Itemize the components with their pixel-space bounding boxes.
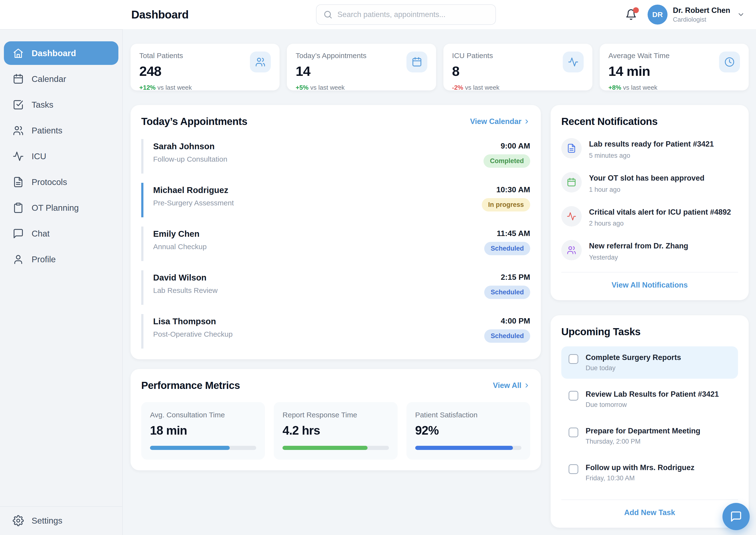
notification-text: Your OT slot has been approved bbox=[589, 172, 705, 183]
task-checkbox[interactable] bbox=[569, 354, 578, 364]
appointment-time: 9:00 AM bbox=[500, 141, 530, 151]
appointment-row[interactable]: David Wilson Lab Results Review 2:15 PM … bbox=[141, 270, 530, 305]
sidebar-item-protocols[interactable]: Protocols bbox=[4, 170, 118, 194]
topbar: Dashboard DR Dr. Robert Chen Cardiologis… bbox=[0, 0, 756, 29]
progress-track bbox=[415, 446, 521, 450]
sidebar-item-tasks[interactable]: Tasks bbox=[4, 93, 118, 116]
user-menu[interactable]: DR Dr. Robert Chen Cardiologist bbox=[648, 5, 745, 25]
notification-time: 1 hour ago bbox=[589, 186, 705, 193]
sidebar-item-label: Profile bbox=[32, 255, 56, 264]
appointment-row[interactable]: Sarah Johnson Follow-up Consultation 9:0… bbox=[141, 139, 530, 174]
sidebar-item-label: Tasks bbox=[32, 100, 53, 110]
appointment-row[interactable]: Michael Rodriguez Pre-Surgery Assessment… bbox=[141, 183, 530, 217]
metric-avg-consultation-time: Avg. Consultation Time 18 min bbox=[141, 402, 265, 460]
appointment-type: Pre-Surgery Assessment bbox=[153, 199, 234, 207]
task-title: Follow up with Mrs. Rodriguez bbox=[586, 463, 694, 472]
sidebar-item-patients[interactable]: Patients bbox=[4, 119, 118, 142]
metric-value: 4.2 hrs bbox=[282, 423, 389, 437]
appointment-type: Lab Results Review bbox=[153, 286, 217, 295]
metric-label: Report Response Time bbox=[282, 411, 389, 419]
sidebar-item-label: OT Planning bbox=[32, 203, 79, 213]
task-due: Friday, 10:30 AM bbox=[586, 474, 694, 482]
metric-report-response-time: Report Response Time 4.2 hrs bbox=[274, 402, 398, 460]
sidebar-item-calendar[interactable]: Calendar bbox=[4, 67, 118, 91]
notification-text: Lab results ready for Patient #3421 bbox=[589, 138, 714, 149]
search-input[interactable] bbox=[337, 10, 489, 19]
notification-item[interactable]: Critical vitals alert for ICU patient #4… bbox=[561, 206, 738, 228]
chat-fab-button[interactable] bbox=[722, 503, 750, 530]
task-checkbox[interactable] bbox=[569, 464, 578, 474]
page-title: Dashboard bbox=[131, 8, 189, 21]
status-badge: In progress bbox=[482, 198, 530, 211]
task-title: Complete Surgery Reports bbox=[586, 353, 681, 362]
notification-item[interactable]: New referral from Dr. Zhang Yesterday bbox=[561, 240, 738, 261]
view-all-link[interactable]: View All bbox=[493, 381, 530, 390]
view-calendar-link[interactable]: View Calendar bbox=[470, 117, 530, 126]
patient-name: Emily Chen bbox=[153, 229, 207, 239]
notifications-title: Recent Notifications bbox=[561, 116, 658, 127]
stat-card-total-patients: Total Patients 248 +12% vs last week bbox=[130, 44, 280, 90]
status-badge: Completed bbox=[484, 155, 530, 168]
sidebar-item-icu[interactable]: ICU bbox=[4, 144, 118, 168]
appointment-time: 4:00 PM bbox=[501, 317, 530, 325]
chevron-right-icon bbox=[523, 118, 530, 125]
task-checkbox[interactable] bbox=[569, 428, 578, 437]
appointment-row[interactable]: Lisa Thompson Post-Operative Checkup 4:0… bbox=[141, 314, 530, 349]
chevron-down-icon bbox=[737, 11, 745, 18]
notification-text: Critical vitals alert for ICU patient #4… bbox=[589, 206, 731, 217]
notification-dot bbox=[633, 7, 639, 13]
notification-item[interactable]: Your OT slot has been approved 1 hour ag… bbox=[561, 172, 738, 193]
appointments-card: Today’s Appointments View Calendar Sarah… bbox=[130, 105, 541, 359]
calendar-icon bbox=[13, 73, 24, 85]
progress-track bbox=[150, 446, 256, 450]
task-row[interactable]: Complete Surgery Reports Due today bbox=[561, 346, 738, 379]
sidebar-item-label: Dashboard bbox=[32, 48, 76, 58]
patient-name: Michael Rodriguez bbox=[153, 185, 234, 195]
task-checkbox[interactable] bbox=[569, 391, 578, 401]
sidebar-item-profile[interactable]: Profile bbox=[4, 247, 118, 271]
sidebar-item-label: Chat bbox=[32, 229, 50, 239]
sidebar-item-chat[interactable]: Chat bbox=[4, 222, 118, 245]
task-row[interactable]: Review Lab Results for Patient #3421 Due… bbox=[561, 383, 738, 415]
chevron-right-icon bbox=[523, 382, 530, 389]
task-due: Thursday, 2:00 PM bbox=[586, 438, 700, 445]
stat-card-icu-patients: ICU Patients 8 -2% vs last week bbox=[443, 44, 592, 90]
patient-name: David Wilson bbox=[153, 273, 217, 282]
patient-name: Sarah Johnson bbox=[153, 141, 227, 151]
sidebar-item-label: Settings bbox=[32, 516, 62, 525]
progress-track bbox=[282, 446, 389, 450]
search-icon bbox=[323, 10, 333, 19]
user-role: Cardiologist bbox=[673, 16, 730, 23]
users-icon bbox=[250, 51, 271, 72]
notification-time: 5 minutes ago bbox=[589, 152, 714, 159]
notifications-bell-button[interactable] bbox=[625, 9, 637, 20]
task-row[interactable]: Prepare for Department Meeting Thursday,… bbox=[561, 420, 738, 452]
appointment-type: Post-Operative Checkup bbox=[153, 330, 233, 338]
stat-card-todays-appointments: Today’s Appointments 14 +5% vs last week bbox=[287, 44, 436, 90]
task-row[interactable]: Follow up with Mrs. Rodriguez Friday, 10… bbox=[561, 457, 738, 489]
add-new-task-link[interactable]: Add New Task bbox=[561, 500, 738, 517]
search-bar[interactable] bbox=[316, 4, 496, 25]
calendar-icon bbox=[561, 172, 582, 192]
progress-fill bbox=[415, 446, 513, 450]
view-all-notifications-link[interactable]: View All Notifications bbox=[561, 272, 738, 290]
sidebar-item-ot-planning[interactable]: OT Planning bbox=[4, 196, 118, 219]
activity-icon bbox=[563, 51, 584, 72]
file-text-icon bbox=[561, 138, 582, 158]
sidebar-item-label: Protocols bbox=[32, 177, 67, 187]
sidebar-item-settings[interactable]: Settings bbox=[13, 515, 110, 526]
sidebar-item-label: Calendar bbox=[32, 74, 66, 84]
progress-fill bbox=[282, 446, 368, 450]
notification-item[interactable]: Lab results ready for Patient #3421 5 mi… bbox=[561, 138, 738, 159]
appointment-type: Follow-up Consultation bbox=[153, 155, 227, 163]
stat-delta: +8% vs last week bbox=[608, 84, 740, 91]
user-name: Dr. Robert Chen bbox=[673, 6, 730, 15]
status-badge: Scheduled bbox=[484, 242, 530, 255]
sidebar-item-dashboard[interactable]: Dashboard bbox=[4, 41, 118, 65]
task-title: Prepare for Department Meeting bbox=[586, 427, 700, 435]
user-icon bbox=[13, 254, 24, 265]
metric-label: Avg. Consultation Time bbox=[150, 411, 256, 419]
metric-patient-satisfaction: Patient Satisfaction 92% bbox=[406, 402, 530, 460]
appointment-row[interactable]: Emily Chen Annual Checkup 11:45 AM Sched… bbox=[141, 227, 530, 261]
main-content: Total Patients 248 +12% vs last week Tod… bbox=[123, 29, 756, 535]
